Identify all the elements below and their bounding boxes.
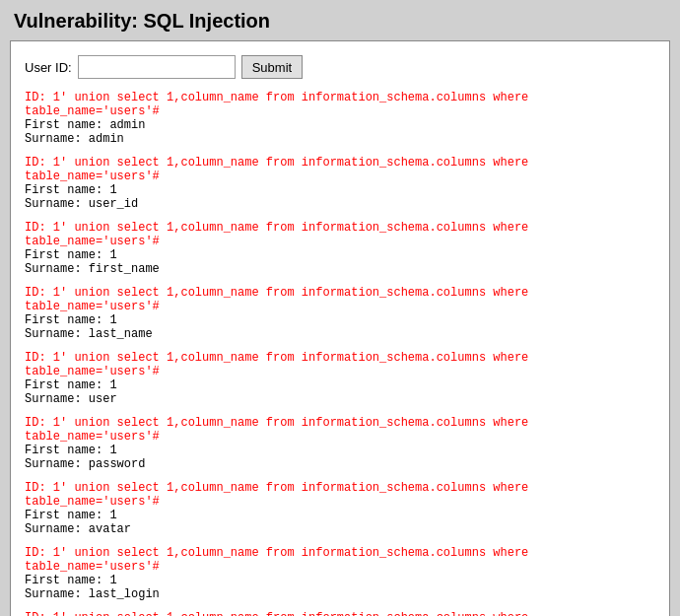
result-id-line: ID: 1' union select 1,column_name from i…: [25, 221, 655, 248]
result-firstname: First name: 1: [25, 509, 655, 522]
result-firstname: First name: 1: [25, 378, 655, 392]
result-block: ID: 1' union select 1,column_name from i…: [25, 546, 655, 601]
result-surname: Surname: last_login: [25, 587, 655, 601]
result-block: ID: 1' union select 1,column_name from i…: [25, 91, 655, 146]
submit-button[interactable]: Submit: [241, 55, 303, 79]
main-content: User ID: Submit ID: 1' union select 1,co…: [10, 40, 670, 616]
result-surname: Surname: user: [25, 392, 655, 406]
result-block: ID: 1' union select 1,column_name from i…: [25, 611, 655, 616]
user-id-label: User ID:: [25, 60, 72, 75]
result-id-line: ID: 1' union select 1,column_name from i…: [25, 156, 655, 183]
result-block: ID: 1' union select 1,column_name from i…: [25, 286, 655, 341]
result-id-line: ID: 1' union select 1,column_name from i…: [25, 286, 655, 313]
result-id-line: ID: 1' union select 1,column_name from i…: [25, 91, 655, 118]
result-surname: Surname: first_name: [25, 262, 655, 276]
result-surname: Surname: last_name: [25, 327, 655, 341]
results-area: ID: 1' union select 1,column_name from i…: [25, 91, 655, 616]
result-firstname: First name: 1: [25, 574, 655, 587]
result-block: ID: 1' union select 1,column_name from i…: [25, 481, 655, 536]
result-firstname: First name: 1: [25, 183, 655, 197]
user-id-form: User ID: Submit: [25, 55, 655, 79]
result-id-line: ID: 1' union select 1,column_name from i…: [25, 351, 655, 378]
result-block: ID: 1' union select 1,column_name from i…: [25, 416, 655, 471]
result-surname: Surname: avatar: [25, 522, 655, 536]
result-firstname: First name: 1: [25, 313, 655, 327]
result-id-line: ID: 1' union select 1,column_name from i…: [25, 546, 655, 574]
result-surname: Surname: admin: [25, 132, 655, 146]
result-block: ID: 1' union select 1,column_name from i…: [25, 351, 655, 406]
result-block: ID: 1' union select 1,column_name from i…: [25, 221, 655, 276]
result-firstname: First name: 1: [25, 248, 655, 262]
user-id-input[interactable]: [78, 55, 236, 79]
result-surname: Surname: user_id: [25, 197, 655, 211]
result-block: ID: 1' union select 1,column_name from i…: [25, 156, 655, 211]
result-firstname: First name: admin: [25, 118, 655, 132]
result-id-line: ID: 1' union select 1,column_name from i…: [25, 416, 655, 444]
result-firstname: First name: 1: [25, 444, 655, 457]
result-id-line: ID: 1' union select 1,column_name from i…: [25, 481, 655, 509]
result-surname: Surname: password: [25, 457, 655, 471]
page-title: Vulnerability: SQL Injection: [0, 0, 680, 40]
result-id-line: ID: 1' union select 1,column_name from i…: [25, 611, 655, 616]
